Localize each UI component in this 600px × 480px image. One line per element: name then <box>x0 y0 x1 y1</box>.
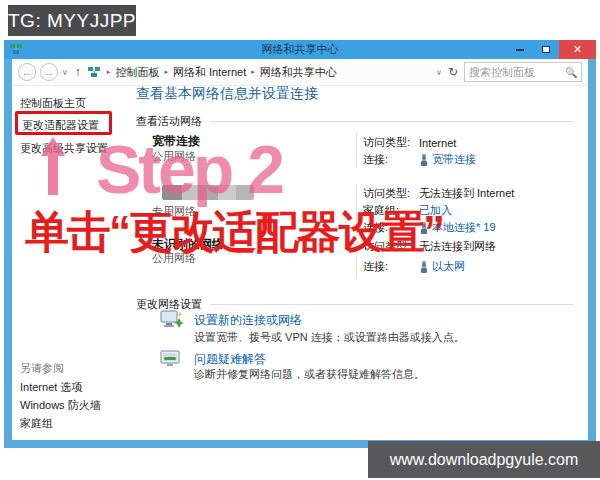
breadcrumb-control-panel[interactable]: 控制面板 <box>115 65 159 80</box>
breadcrumb-arrow-icon <box>251 68 255 76</box>
breadcrumb-network-icon <box>88 67 101 78</box>
search-icon[interactable] <box>565 66 577 78</box>
access-type-label: 访问类型: <box>363 135 419 150</box>
minimize-button[interactable] <box>507 40 533 59</box>
breadcrumb-arrow-icon <box>164 68 168 76</box>
new-connection-icon <box>160 310 184 330</box>
sidebar-item-windows-firewall[interactable]: Windows 防火墙 <box>20 398 101 413</box>
forward-button[interactable] <box>40 63 58 81</box>
up-arrow-icon <box>41 137 65 195</box>
address-dropdown-caret-icon[interactable] <box>436 68 442 77</box>
refresh-icon[interactable] <box>446 65 460 79</box>
search-box <box>464 62 582 82</box>
address-bar: 控制面板 网络和 Internet 网络和共享中心 <box>12 59 588 86</box>
connections-line: 连接: 宽带连接 <box>363 152 476 167</box>
access-type-value: 无法连接到 Internet <box>419 186 514 201</box>
sidebar-item-homegroup[interactable]: 家庭组 <box>20 416 53 431</box>
step-label: Step 2 <box>96 130 282 208</box>
back-button[interactable] <box>18 63 36 81</box>
access-type-value: Internet <box>419 137 456 149</box>
active-networks-header: 查看活动网络 <box>136 114 574 129</box>
setup-new-connection-desc: 设置宽带、拨号或 VPN 连接；或设置路由器或接入点。 <box>194 330 465 345</box>
setup-new-connection-link[interactable]: 设置新的连接或网络 <box>194 312 302 329</box>
watermark: www.downloadpgyule.com <box>368 441 600 478</box>
search-input[interactable] <box>469 66 565 78</box>
breadcrumb-arrow-icon <box>107 68 111 76</box>
tg-badge: TG: MYYJJPP <box>8 5 136 36</box>
sidebar-item-control-panel-home[interactable]: 控制面板主页 <box>20 96 86 111</box>
access-type-label: 访问类型: <box>363 186 419 201</box>
maximize-button[interactable] <box>533 40 559 59</box>
up-button[interactable] <box>72 65 84 79</box>
change-settings-header: 更改网络设置 <box>136 297 574 312</box>
access-type-line: 访问类型: 无法连接到 Internet <box>363 186 514 201</box>
broadband-connection-link[interactable]: 宽带连接 <box>432 152 476 167</box>
instruction-text: 单击“更改适配器设置” <box>25 203 443 262</box>
connection-icon <box>419 261 429 273</box>
recent-pages-caret-icon[interactable] <box>62 68 68 77</box>
breadcrumb-network-internet[interactable]: 网络和 Internet <box>173 65 246 80</box>
breadcrumb: 控制面板 网络和 Internet 网络和共享中心 <box>107 65 337 80</box>
section-rule <box>210 121 574 122</box>
troubleshoot-icon <box>160 349 184 369</box>
sidebar-item-internet-options[interactable]: Internet 选项 <box>20 380 82 395</box>
titlebar: 网络和共享中心 ✕ <box>4 40 596 59</box>
row-divider <box>356 132 357 168</box>
troubleshoot-problems-desc: 诊断并修复网络问题，或者获得疑难解答信息。 <box>194 367 425 382</box>
connections-label: 连接: <box>363 152 419 167</box>
breadcrumb-network-sharing-center[interactable]: 网络和共享中心 <box>260 65 337 80</box>
active-networks-header-label: 查看活动网络 <box>136 114 202 129</box>
close-button[interactable]: ✕ <box>559 40 596 59</box>
connection-icon <box>419 154 429 166</box>
section-rule <box>210 304 574 305</box>
access-type-line: 访问类型: Internet <box>363 135 456 150</box>
see-also-header: 另请参阅 <box>20 361 64 376</box>
troubleshoot-problems-link[interactable]: 问题疑难解答 <box>194 351 266 368</box>
page-title: 查看基本网络信息并设置连接 <box>136 85 318 103</box>
